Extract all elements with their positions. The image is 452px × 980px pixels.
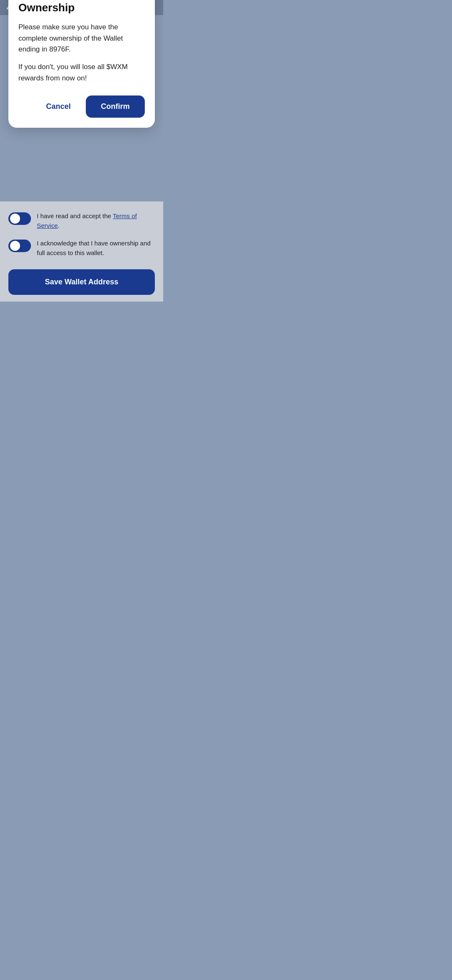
cancel-button[interactable]: Cancel	[39, 98, 77, 115]
content-wrapper: Enter your wallet address 0x71C7656EC7ab…	[8, 47, 155, 119]
toggle-thumb-1	[10, 214, 20, 224]
terms-toggle[interactable]	[8, 212, 31, 225]
terms-prefix: I have read and accept the	[37, 212, 113, 219]
toggle-row-2: I acknowledge that I have ownership and …	[8, 239, 155, 258]
toggle-row-1: I have read and accept the Terms of Serv…	[8, 211, 155, 230]
bottom-section: I have read and accept the Terms of Serv…	[0, 201, 163, 302]
main-content: Enter your wallet address 0x71C7656EC7ab…	[0, 40, 163, 126]
confirm-dialog: Confirm Wallet Ownership Please make sur…	[8, 0, 155, 128]
ownership-text: I acknowledge that I have ownership and …	[37, 239, 155, 258]
toggle-thumb-2	[10, 241, 20, 251]
confirm-button[interactable]: Confirm	[86, 95, 145, 118]
modal-overlay: Confirm Wallet Ownership Please make sur…	[8, 47, 155, 119]
modal-body-1: Please make sure you have the complete o…	[18, 22, 145, 55]
modal-actions: Cancel Confirm	[18, 95, 145, 118]
ownership-toggle[interactable]	[8, 240, 31, 252]
modal-title: Confirm Wallet Ownership	[18, 0, 145, 14]
modal-body-2: If you don't, you will lose all $WXM rew…	[18, 62, 145, 84]
save-wallet-button[interactable]: Save Wallet Address	[8, 269, 155, 295]
terms-text: I have read and accept the Terms of Serv…	[37, 211, 155, 230]
terms-suffix: .	[58, 222, 59, 229]
